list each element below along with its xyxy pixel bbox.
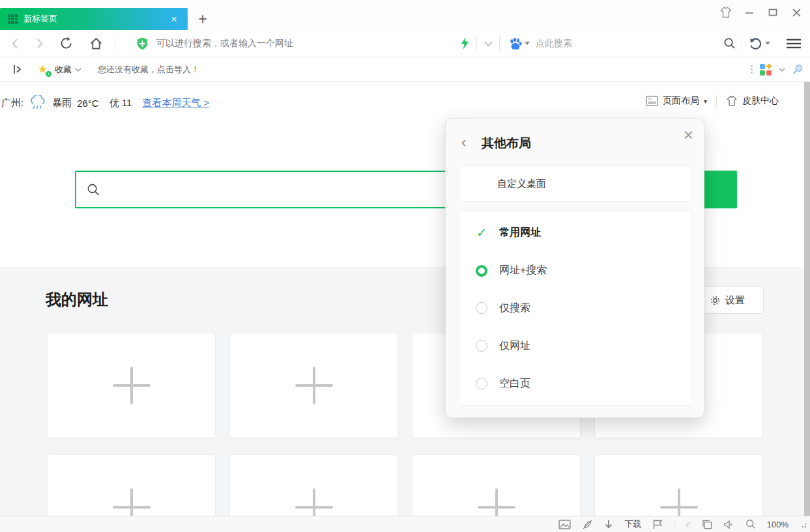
layout-option-sites-plus-search[interactable]: 网址+搜索 — [459, 252, 691, 290]
page-layout-label: 页面布局 — [663, 95, 699, 107]
search-magnifier-icon[interactable] — [719, 30, 739, 57]
bookmarks-bar: ★+ 收藏 您还没有收藏，点击导入！ — [0, 57, 810, 82]
browser-tab[interactable]: 新标签页 × — [0, 8, 188, 30]
searchbox-magnifier-icon — [87, 183, 100, 197]
toolbar-divider — [499, 36, 500, 51]
skin-center-button[interactable]: 皮肤中心 — [726, 95, 779, 107]
radio-icon — [476, 340, 487, 352]
favorites-label[interactable]: 收藏 — [55, 57, 72, 81]
add-site-tile[interactable] — [47, 455, 216, 516]
window-controls — [719, 5, 803, 20]
option-label: 空白页 — [499, 377, 530, 391]
header-divider — [716, 95, 717, 107]
baidu-paw-icon[interactable] — [506, 30, 525, 57]
gear-icon — [710, 295, 721, 306]
layout-options-list: ✓ 常用网址 网址+搜索 仅搜索 仅网址 空白页 — [459, 211, 692, 406]
title-bar: 新标签页 × + — [0, 0, 810, 30]
zoom-level[interactable]: 100% — [767, 520, 788, 529]
navigation-toolbar: 可以进行搜索，或者输入一个网址 点此搜索 — [0, 30, 810, 57]
refresh-button[interactable] — [53, 30, 78, 57]
option-label: 仅网址 — [499, 339, 530, 353]
sidebar-toggle-icon[interactable] — [9, 57, 26, 81]
tshirt-icon — [726, 96, 738, 106]
plus-icon — [295, 488, 333, 516]
weekly-weather-link[interactable]: 查看本周天气 > — [142, 97, 209, 109]
home-button[interactable] — [83, 30, 108, 57]
search-engine-caret-icon[interactable] — [524, 30, 530, 57]
skin-tshirt-icon[interactable] — [719, 5, 733, 20]
plus-icon — [295, 367, 333, 404]
menu-hamburger-icon[interactable] — [783, 30, 804, 57]
address-bar[interactable]: 可以进行搜索，或者输入一个网址 — [156, 30, 293, 57]
favorites-chevron-icon[interactable] — [73, 57, 83, 81]
popup-back-chevron-icon[interactable]: ‹ — [461, 135, 466, 150]
close-button[interactable] — [789, 5, 803, 20]
shield-plus-icon[interactable] — [134, 30, 150, 57]
weather-city: 广州: — [1, 97, 23, 109]
page-scrollbar[interactable] — [804, 82, 810, 516]
layout-option-common-sites[interactable]: ✓ 常用网址 — [459, 214, 691, 252]
add-site-tile[interactable] — [229, 455, 398, 516]
zoom-magnifier-icon[interactable] — [745, 519, 756, 529]
layout-option-blank-page[interactable]: 空白页 — [459, 365, 691, 402]
undo-caret-icon[interactable] — [764, 30, 772, 57]
new-tab-button[interactable]: + — [194, 10, 211, 27]
radio-icon — [476, 378, 487, 389]
undo-icon[interactable] — [745, 30, 764, 57]
check-icon: ✓ — [476, 225, 487, 240]
plus-icon — [113, 488, 151, 516]
rocket-icon[interactable] — [582, 519, 593, 530]
side-window-icon[interactable] — [702, 520, 712, 529]
custom-desktop-label: 自定义桌面 — [497, 178, 546, 190]
add-site-tile[interactable] — [594, 455, 763, 516]
page-header-actions: 页面布局 ▾ 皮肤中心 — [646, 95, 779, 107]
custom-desktop-option[interactable]: 自定义桌面 — [459, 165, 692, 202]
toolbar-divider — [476, 36, 477, 51]
radio-icon — [476, 302, 487, 314]
minimize-button[interactable] — [742, 5, 757, 20]
popup-close-icon[interactable]: × — [684, 126, 693, 143]
ie-compat-icon[interactable]: e — [686, 518, 691, 531]
option-label: 仅搜索 — [499, 301, 530, 315]
apps-grid-icon[interactable] — [759, 57, 773, 81]
apps-chevron-icon[interactable] — [777, 57, 787, 81]
back-button[interactable] — [4, 30, 26, 57]
speaker-icon[interactable] — [723, 520, 734, 529]
address-dropdown-chevron-icon[interactable] — [480, 30, 497, 57]
download-arrow-icon[interactable] — [604, 520, 613, 529]
layout-option-search-only[interactable]: 仅搜索 — [459, 290, 691, 328]
layout-icon — [646, 96, 658, 106]
rain-cloud-icon — [29, 95, 47, 111]
tab-close-icon[interactable]: × — [168, 12, 180, 26]
forward-button[interactable] — [29, 30, 51, 57]
add-site-tile[interactable] — [412, 455, 581, 516]
layout-options-popup: ‹ 其他布局 × 自定义桌面 ✓ 常用网址 网址+搜索 仅搜索 仅网址 空白页 — [445, 118, 704, 418]
bookmarks-import-hint[interactable]: 您还没有收藏，点击导入！ — [98, 57, 199, 81]
my-sites-title: 我的网址 — [46, 289, 108, 310]
drag-dots-handle[interactable] — [748, 57, 755, 81]
quick-search-box[interactable]: 点此搜索 — [536, 30, 572, 57]
status-bar: 下载 e 100% — [0, 516, 810, 532]
lightning-icon[interactable] — [456, 30, 473, 57]
weather-widget: 广州: 暴雨 26°C 优 11 查看本周天气 > — [1, 95, 209, 111]
tab-title: 新标签页 — [23, 13, 168, 25]
add-site-tile[interactable] — [229, 333, 398, 438]
download-label[interactable]: 下载 — [624, 518, 641, 530]
collector-magnifier-icon[interactable] — [790, 57, 805, 81]
resize-grip[interactable] — [800, 521, 806, 527]
favorites-star-icon[interactable]: ★+ — [38, 57, 50, 81]
newtab-grid-icon — [8, 14, 18, 24]
toolbar-divider — [115, 36, 115, 51]
flag-icon[interactable] — [652, 519, 663, 529]
page-layout-button[interactable]: 页面布局 ▾ — [646, 95, 707, 107]
radio-selected-icon — [476, 265, 487, 277]
settings-label: 设置 — [725, 294, 745, 307]
picture-icon[interactable] — [558, 520, 571, 529]
layout-caret-icon: ▾ — [704, 98, 707, 105]
layout-option-sites-only[interactable]: 仅网址 — [459, 327, 691, 365]
option-label: 网址+搜索 — [499, 264, 547, 277]
plus-icon — [660, 488, 698, 516]
maximize-button[interactable] — [766, 5, 780, 20]
add-site-tile[interactable] — [47, 333, 216, 438]
weather-condition: 暴雨 — [52, 97, 72, 109]
